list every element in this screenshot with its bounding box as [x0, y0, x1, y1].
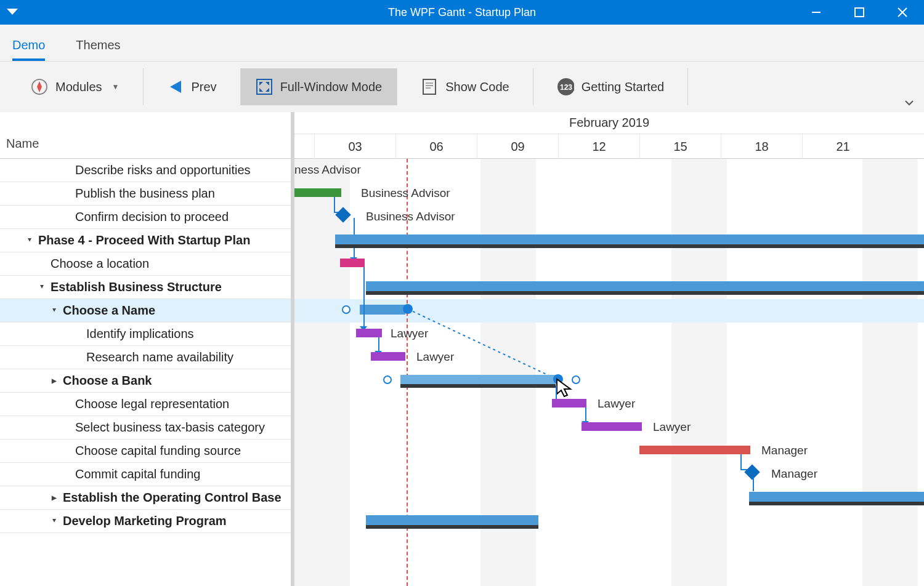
task-bar[interactable]: [356, 329, 382, 337]
task-row[interactable]: Describe risks and opportunities: [0, 159, 291, 182]
task-row[interactable]: Identify implications: [0, 323, 291, 346]
drag-endpoint[interactable]: [553, 374, 563, 384]
getting-started-button[interactable]: 123 Getting Started: [548, 68, 673, 105]
tab-demo[interactable]: Demo: [12, 38, 45, 61]
task-row[interactable]: Select business tax-basis category: [0, 416, 291, 440]
task-name-label: Develop Marketing Program: [63, 514, 227, 528]
task-bar[interactable]: [340, 259, 365, 267]
task-row[interactable]: Publish the business plan: [0, 182, 291, 206]
task-bar[interactable]: [552, 399, 586, 407]
task-name-label: Phase 4 - Proceed With Startup Plan: [38, 233, 250, 247]
gantt-pane: February 2019 03060912151821 ness Adviso…: [294, 112, 924, 586]
svg-marker-12: [265, 88, 269, 92]
expander-open-icon[interactable]: ▲: [49, 518, 59, 524]
task-row[interactable]: Choose capital funding source: [0, 440, 291, 463]
task-row[interactable]: Confirm decision to proceed: [0, 206, 291, 229]
task-name-label: Publish the business plan: [75, 187, 215, 201]
modules-dropdown[interactable]: Modules ▼: [22, 68, 128, 105]
gantt-chart-area[interactable]: ness Advisor Business Advisor Business A…: [294, 159, 924, 586]
summary-baseline: [366, 291, 924, 295]
timeline-month-label: February 2019: [294, 112, 924, 134]
bar-label: Manager: [761, 444, 808, 457]
bar-label: Business Advisor: [361, 187, 450, 200]
expander-closed-icon[interactable]: ▶: [49, 377, 59, 384]
svg-marker-6: [37, 81, 42, 92]
triangle-left-icon: [167, 78, 184, 95]
task-row[interactable]: Choose legal representation: [0, 393, 291, 416]
task-row[interactable]: Commit capital funding: [0, 463, 291, 486]
task-row[interactable]: ▲Develop Marketing Program: [0, 510, 291, 533]
task-row[interactable]: Research name availability: [0, 346, 291, 369]
task-row[interactable]: ▲Phase 4 - Proceed With Startup Plan: [0, 229, 291, 252]
task-name-label: Confirm decision to proceed: [75, 210, 229, 224]
bar-label: Business Advisor: [366, 210, 455, 223]
expander-open-icon[interactable]: ▲: [37, 284, 47, 291]
task-bar[interactable]: [371, 352, 405, 361]
tab-strip: Demo Themes: [0, 25, 924, 62]
app-menu-button[interactable]: [0, 0, 25, 25]
task-bar[interactable]: [294, 188, 341, 197]
window-title: The WPF Gantt - Startup Plan: [0, 6, 924, 19]
task-row[interactable]: Choose a location: [0, 252, 291, 276]
task-name-label: Establish Business Structure: [51, 280, 222, 294]
task-name-label: Choose a Bank: [63, 374, 152, 388]
task-bar[interactable]: [582, 422, 642, 431]
summary-bar[interactable]: [400, 375, 556, 385]
svg-marker-11: [259, 88, 263, 92]
drag-endpoint[interactable]: [403, 304, 413, 314]
toolbar: Modules ▼ Prev Full-Window Mode Show Cod…: [0, 62, 924, 112]
summary-baseline: [749, 502, 924, 505]
dependency-link: [334, 197, 335, 212]
task-name-label: Research name availability: [86, 350, 233, 364]
column-header-name[interactable]: Name: [0, 112, 291, 159]
close-button[interactable]: [881, 0, 924, 25]
svg-marker-9: [259, 82, 263, 86]
task-row[interactable]: ▶Choose a Bank: [0, 369, 291, 393]
summary-baseline: [400, 384, 556, 388]
expander-open-icon[interactable]: ▲: [49, 307, 59, 314]
drag-handle[interactable]: [342, 305, 351, 314]
task-bar[interactable]: [639, 446, 750, 454]
dependency-link: [556, 385, 557, 400]
svg-rect-8: [257, 79, 272, 94]
dependency-link: [363, 267, 365, 327]
fullscreen-icon: [256, 78, 273, 95]
svg-text:123: 123: [560, 83, 572, 92]
weekend-shade: [862, 159, 918, 586]
day-header-cell: 09: [477, 134, 558, 159]
task-tree: Describe risks and opportunitiesPublish …: [0, 159, 291, 533]
code-file-icon: [421, 78, 438, 95]
day-header-cell: 21: [802, 134, 883, 159]
task-name-label: Choose legal representation: [75, 397, 229, 411]
full-window-mode-button[interactable]: Full-Window Mode: [241, 68, 397, 105]
drag-handle[interactable]: [383, 375, 392, 384]
toolbar-overflow-icon[interactable]: [904, 100, 914, 106]
expander-closed-icon[interactable]: ▶: [49, 494, 59, 501]
task-row[interactable]: ▶Establish the Operating Control Base: [0, 486, 291, 510]
milestone[interactable]: [744, 464, 760, 480]
dependency-link: [378, 337, 379, 352]
tab-themes[interactable]: Themes: [76, 38, 120, 61]
task-row[interactable]: ▲Establish Business Structure: [0, 276, 291, 299]
prev-button[interactable]: Prev: [158, 68, 225, 105]
show-code-button[interactable]: Show Code: [412, 68, 517, 105]
drag-handle[interactable]: [572, 375, 580, 384]
svg-marker-10: [265, 82, 269, 86]
task-name-label: Establish the Operating Control Base: [63, 491, 282, 505]
summary-bar[interactable]: [360, 305, 405, 315]
svg-rect-2: [855, 8, 864, 17]
svg-rect-13: [423, 79, 436, 94]
task-row[interactable]: ▲Choose a Name: [0, 299, 291, 323]
task-name-label: Describe risks and opportunities: [75, 163, 251, 177]
compass-icon: [31, 78, 48, 95]
minimize-button[interactable]: [795, 0, 838, 25]
day-header-cell: 03: [314, 134, 395, 159]
task-tree-pane: Name Describe risks and opportunitiesPub…: [0, 112, 294, 586]
task-name-label: Identify implications: [86, 327, 194, 341]
bar-label: Manager: [771, 467, 817, 481]
summary-baseline: [335, 244, 924, 248]
maximize-button[interactable]: [838, 0, 881, 25]
expander-open-icon[interactable]: ▲: [25, 237, 34, 244]
svg-marker-0: [7, 9, 18, 15]
day-header-cell: 18: [721, 134, 802, 159]
